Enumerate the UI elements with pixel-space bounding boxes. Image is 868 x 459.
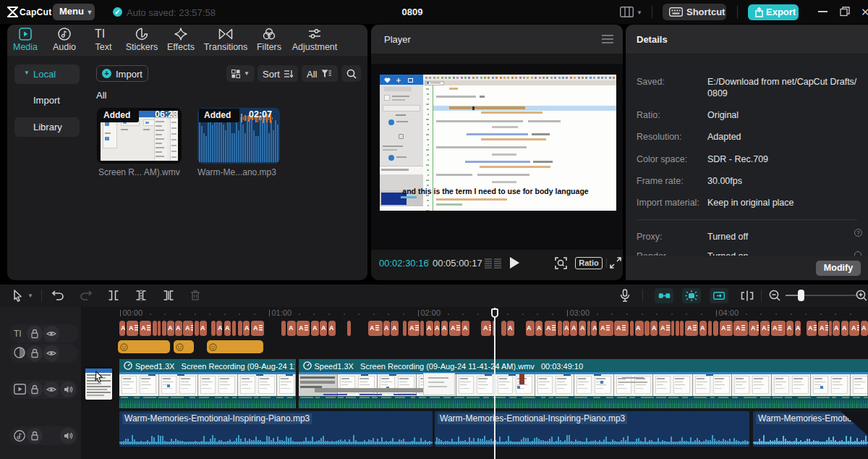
svg-text:A: A bbox=[571, 324, 576, 331]
svg-text:A: A bbox=[751, 324, 756, 331]
svg-text:A: A bbox=[537, 324, 542, 331]
svg-text:A: A bbox=[141, 324, 146, 331]
svg-text:A: A bbox=[185, 324, 190, 331]
svg-text:A: A bbox=[253, 324, 258, 331]
svg-text:A: A bbox=[564, 324, 569, 331]
svg-text:A: A bbox=[312, 324, 318, 331]
svg-text:A: A bbox=[736, 324, 741, 331]
svg-text:A: A bbox=[616, 324, 621, 331]
svg-text:A: A bbox=[129, 324, 134, 331]
svg-text:A: A bbox=[200, 324, 205, 331]
svg-text:A: A bbox=[546, 324, 551, 331]
svg-text:A: A bbox=[861, 324, 867, 331]
svg-text:A: A bbox=[527, 324, 532, 331]
svg-text:A: A bbox=[176, 324, 181, 331]
svg-text:A: A bbox=[762, 324, 767, 331]
svg-text:A: A bbox=[851, 324, 856, 331]
svg-text:A: A bbox=[773, 324, 778, 331]
svg-text:A: A bbox=[721, 324, 726, 331]
svg-text:A: A bbox=[321, 324, 326, 331]
svg-text:A: A bbox=[225, 324, 230, 331]
svg-text:A: A bbox=[329, 324, 334, 331]
svg-text:A: A bbox=[592, 324, 597, 331]
svg-text:A: A bbox=[600, 324, 605, 331]
svg-text:A: A bbox=[370, 324, 375, 331]
svg-text:A: A bbox=[787, 324, 792, 331]
svg-text:A: A bbox=[687, 324, 692, 331]
svg-text:A: A bbox=[508, 324, 513, 331]
svg-text:A: A bbox=[435, 324, 440, 331]
svg-text:A: A bbox=[820, 324, 825, 331]
svg-text:A: A bbox=[168, 324, 173, 331]
svg-text:A: A bbox=[289, 324, 294, 331]
svg-text:A: A bbox=[636, 324, 641, 331]
svg-text:A: A bbox=[834, 324, 839, 331]
svg-text:A: A bbox=[580, 324, 585, 331]
svg-text:A: A bbox=[442, 324, 447, 331]
svg-text:A: A bbox=[660, 324, 665, 331]
svg-text:A: A bbox=[218, 324, 223, 331]
svg-text:A: A bbox=[842, 324, 847, 331]
svg-text:A: A bbox=[463, 324, 468, 331]
svg-text:A: A bbox=[244, 324, 250, 331]
svg-text:A: A bbox=[392, 324, 397, 331]
svg-text:A: A bbox=[409, 324, 414, 331]
svg-text:A: A bbox=[483, 324, 488, 331]
svg-text:A: A bbox=[121, 324, 126, 331]
svg-text:A: A bbox=[796, 324, 801, 331]
svg-text:A: A bbox=[652, 324, 657, 331]
svg-text:A: A bbox=[451, 324, 456, 331]
svg-text:A: A bbox=[700, 324, 705, 331]
svg-text:A: A bbox=[384, 324, 389, 331]
svg-text:A: A bbox=[808, 324, 813, 331]
svg-text:A: A bbox=[427, 324, 432, 331]
svg-text:A: A bbox=[299, 324, 304, 331]
